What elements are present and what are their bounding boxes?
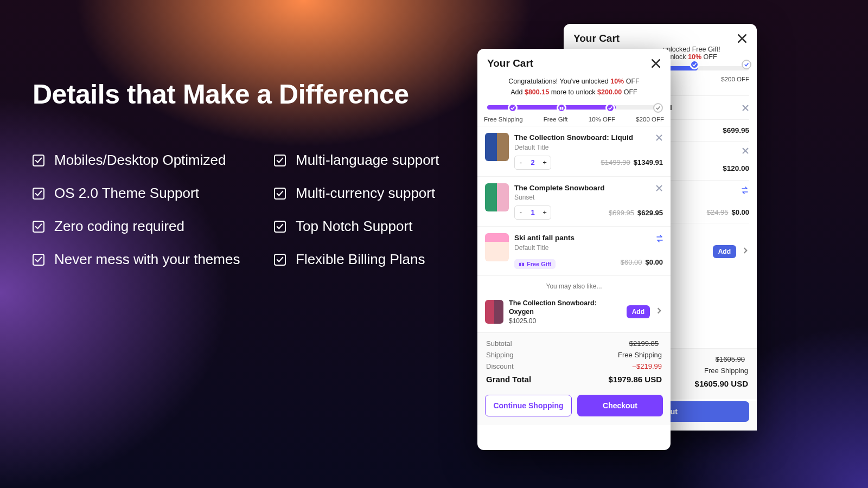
you-may-also-like: You may also like... [477, 276, 671, 294]
feature-label: Flexible Billing Plans [296, 251, 425, 268]
quantity-stepper[interactable]: -1+ [514, 206, 551, 220]
checkbox-icon [274, 221, 286, 233]
item-price: $629.95 [637, 209, 663, 217]
cart-drawer-front: Your Cart Congratulations! You've unlock… [477, 49, 671, 450]
feature-label: Top Notch Support [296, 218, 412, 235]
product-thumbnail [485, 183, 509, 211]
qty-minus[interactable]: - [515, 156, 527, 169]
chevron-right-icon[interactable] [655, 307, 663, 317]
product-thumbnail [485, 300, 503, 324]
checkbox-icon [33, 155, 44, 166]
remove-item-icon[interactable] [655, 184, 663, 192]
qty-value: 2 [527, 156, 539, 169]
grand-total-value: $1605.90 USD [695, 379, 748, 388]
svg-rect-1 [561, 107, 562, 110]
check-icon [653, 103, 663, 113]
add-button[interactable]: Add [713, 245, 736, 258]
feature-label: Multi-language support [296, 152, 439, 169]
cart-title: Your Cart [573, 33, 620, 44]
page-headline: Details that Make a Difference [33, 79, 409, 110]
swap-icon[interactable] [741, 186, 749, 202]
item-name: The Collection Snowboard: Liquid [514, 133, 663, 143]
discount-label: Discount [486, 362, 514, 370]
feature-item: Top Notch Support [274, 218, 491, 235]
upsell-row: The Collection Snowboard: Oxygen $1025.0… [477, 294, 671, 333]
check-icon [605, 103, 615, 113]
shipping-value: Free Shipping [618, 351, 662, 359]
subtotal-old: $1605.90 [716, 355, 745, 363]
feature-item: Flexible Billing Plans [274, 251, 491, 268]
item-old-price: $24.95 [707, 208, 729, 216]
feature-list: Mobiles/Desktop Optimized Multi-language… [33, 152, 491, 268]
item-old-price: $60.00 [621, 258, 642, 266]
upsell-price: $1025.00 [509, 317, 621, 325]
remove-item-icon[interactable] [655, 134, 663, 142]
add-button[interactable]: Add [627, 305, 650, 318]
item-price: $0.00 [645, 258, 663, 266]
item-variant: Default Title [514, 144, 663, 151]
qty-minus[interactable]: - [515, 206, 527, 219]
qty-value: 1 [527, 206, 539, 219]
item-variant: Default Title [514, 244, 663, 252]
grand-total-value: $1979.86 USD [609, 375, 662, 384]
feature-label: Mobiles/Desktop Optimized [54, 152, 226, 169]
feature-label: Zero coding required [54, 218, 184, 235]
feature-item: OS 2.0 Theme Support [33, 185, 274, 202]
progress-node-icon [742, 60, 751, 69]
cart-title: Your Cart [487, 57, 533, 69]
checkbox-icon [33, 221, 44, 233]
feature-item: Zero coding required [33, 218, 274, 235]
cart-totals: Subtotal$2199.85 ShippingFree Shipping D… [477, 332, 671, 395]
item-old-price: $1499.90 [601, 158, 630, 166]
checkbox-icon [274, 188, 286, 200]
remove-item-icon[interactable] [742, 104, 749, 112]
product-thumbnail [485, 133, 509, 161]
product-thumbnail [485, 233, 509, 261]
checkbox-icon [33, 254, 44, 266]
subtotal-value: $2199.85 [629, 339, 659, 348]
promo-text: Congratulations! You've unlocked 10% OFF… [477, 76, 671, 102]
feature-label: Multi-currency support [296, 185, 435, 202]
swap-icon[interactable] [655, 234, 664, 245]
chevron-right-icon[interactable] [742, 247, 749, 256]
cart-item: The Complete Snowboard Sunset -1+ $699.9… [477, 177, 671, 227]
feature-label: OS 2.0 Theme Support [54, 185, 199, 202]
grand-total-label: Grand Total [486, 375, 531, 384]
feature-label: Never mess with your themes [54, 251, 240, 268]
upsell-name: The Collection Snowboard: Oxygen [509, 299, 621, 317]
checkbox-icon [274, 155, 286, 166]
checkbox-icon [33, 188, 44, 200]
shipping-value: Free Shipping [704, 367, 748, 375]
check-icon [508, 103, 518, 113]
item-name: The Complete Snowboard [514, 183, 663, 193]
item-variant: Sunset [514, 194, 663, 201]
cart-items: The Collection Snowboard: Liquid Default… [477, 126, 671, 276]
close-icon[interactable] [651, 59, 661, 68]
progress-node-icon [690, 60, 699, 69]
shipping-label: Shipping [486, 351, 514, 359]
qty-plus[interactable]: + [539, 206, 551, 219]
remove-item-icon[interactable] [742, 147, 749, 155]
discount-value: –$219.99 [633, 362, 662, 370]
feature-item: Mobiles/Desktop Optimized [33, 152, 274, 169]
checkbox-icon [274, 254, 286, 266]
checkout-button[interactable]: Checkout [577, 395, 663, 416]
qty-plus[interactable]: + [539, 156, 551, 169]
cart-item: Ski anti fall pants Default Title Free G… [477, 227, 671, 276]
item-price: $1349.91 [634, 158, 663, 166]
gift-icon [557, 103, 566, 113]
feature-item: Multi-language support [274, 152, 491, 169]
item-price: $0.00 [731, 208, 749, 216]
progress-labels: Free Shipping Free Gift 10% OFF $200 OFF [484, 116, 664, 123]
feature-item: Multi-currency support [274, 185, 491, 202]
close-icon[interactable] [737, 34, 747, 43]
subtotal-label: Subtotal [486, 339, 512, 348]
svg-rect-3 [521, 263, 522, 266]
item-old-price: $699.95 [609, 209, 634, 217]
free-gift-badge: Free Gift [514, 259, 556, 269]
item-name: Ski anti fall pants [514, 233, 663, 243]
feature-item: Never mess with your themes [33, 251, 274, 268]
quantity-stepper[interactable]: -2+ [514, 156, 551, 170]
cart-item: The Collection Snowboard: Liquid Default… [477, 126, 671, 177]
continue-shopping-button[interactable]: Continue Shopping [485, 395, 572, 416]
